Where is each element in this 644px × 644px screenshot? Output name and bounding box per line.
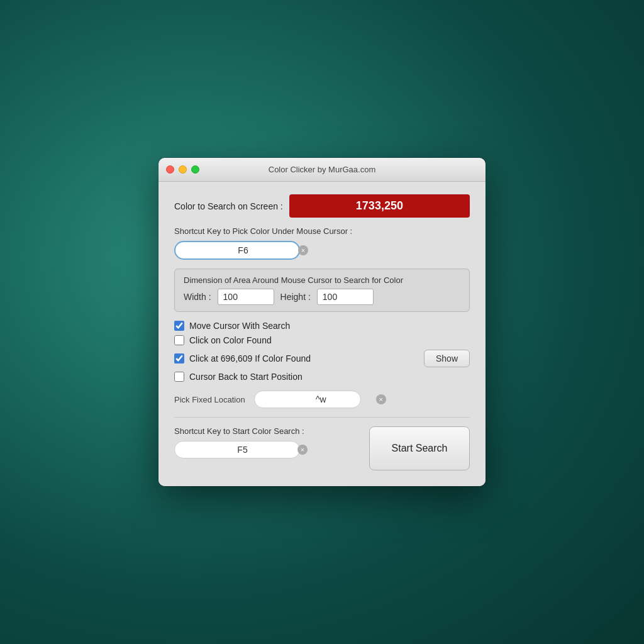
minimize-button[interactable] xyxy=(179,165,187,174)
window-content: Color to Search on Screen : 1733,250 Sho… xyxy=(158,182,486,486)
start-search-section: Shortcut Key to Start Color Search : × S… xyxy=(174,426,470,470)
checkbox-row-4: Cursor Back to Start Position xyxy=(174,372,470,382)
pick-location-input-wrapper: × xyxy=(254,391,361,408)
start-search-clear[interactable]: × xyxy=(297,445,308,455)
divider xyxy=(174,417,470,418)
checkbox-row-3: Click at 696,609 If Color Found Show xyxy=(174,350,470,367)
app-window: Color Clicker by MurGaa.com Color to Sea… xyxy=(158,158,486,486)
dimensions-row: Width : Height : xyxy=(184,289,460,305)
pick-location-input[interactable] xyxy=(266,394,376,404)
show-button[interactable]: Show xyxy=(424,350,470,367)
width-label: Width : xyxy=(184,292,211,302)
height-label: Height : xyxy=(280,292,311,302)
color-search-label: Color to Search on Screen : xyxy=(174,201,283,211)
maximize-button[interactable] xyxy=(191,165,199,174)
height-input[interactable] xyxy=(317,289,374,305)
checkbox-row-1: Move Cursor With Search xyxy=(174,321,470,331)
move-cursor-checkbox[interactable] xyxy=(174,321,184,331)
move-cursor-label: Move Cursor With Search xyxy=(189,321,470,331)
titlebar: Color Clicker by MurGaa.com xyxy=(158,158,486,182)
dimensions-box: Dimension of Area Around Mouse Cursor to… xyxy=(174,269,470,312)
start-search-shortcut-input[interactable] xyxy=(187,445,297,455)
click-at-position-label: Click at 696,609 If Color Found xyxy=(189,353,419,364)
click-color-found-label: Click on Color Found xyxy=(189,335,470,345)
shortcut-pick-input[interactable] xyxy=(188,245,298,255)
pick-location-clear[interactable]: × xyxy=(376,394,386,404)
start-search-label: Shortcut Key to Start Color Search : xyxy=(174,426,359,436)
traffic-lights xyxy=(166,165,199,174)
shortcut-pick-clear[interactable]: × xyxy=(298,245,308,255)
width-input[interactable] xyxy=(218,289,274,305)
pick-location-row: Pick Fixed Location × xyxy=(174,391,470,408)
start-search-button[interactable]: Start Search xyxy=(369,426,470,470)
click-color-found-checkbox[interactable] xyxy=(174,335,184,345)
pick-location-label: Pick Fixed Location xyxy=(174,395,245,404)
color-search-row: Color to Search on Screen : 1733,250 xyxy=(174,194,470,218)
click-at-position-checkbox[interactable] xyxy=(174,353,184,364)
color-value-display[interactable]: 1733,250 xyxy=(289,194,470,218)
shortcut-pick-label: Shortcut Key to Pick Color Under Mouse C… xyxy=(174,226,470,236)
checkboxes-section: Move Cursor With Search Click on Color F… xyxy=(174,321,470,382)
cursor-back-checkbox[interactable] xyxy=(174,372,184,382)
start-search-input-wrapper: × xyxy=(174,441,300,458)
close-button[interactable] xyxy=(166,165,174,174)
dimensions-label: Dimension of Area Around Mouse Cursor to… xyxy=(184,275,460,285)
window-title: Color Clicker by MurGaa.com xyxy=(269,165,376,174)
cursor-back-label: Cursor Back to Start Position xyxy=(189,372,470,382)
shortcut-pick-input-wrapper: × xyxy=(174,241,300,260)
shortcut-left: Shortcut Key to Start Color Search : × xyxy=(174,426,359,458)
checkbox-row-2: Click on Color Found xyxy=(174,335,470,345)
